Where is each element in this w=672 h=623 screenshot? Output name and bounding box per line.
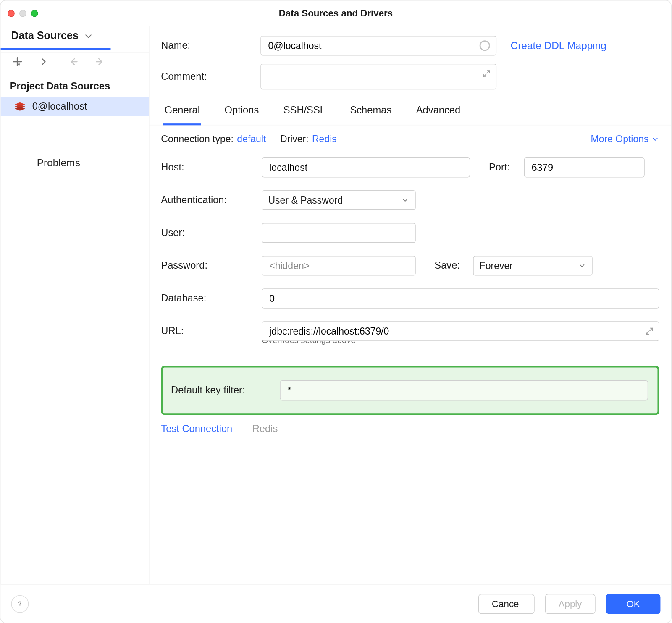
port-input[interactable]	[524, 157, 645, 177]
name-input[interactable]	[260, 36, 496, 55]
cancel-button[interactable]: Cancel	[478, 594, 535, 613]
database-input[interactable]	[262, 288, 659, 308]
svg-point-0	[19, 605, 20, 606]
default-key-filter-box: Default key filter:	[161, 366, 659, 415]
help-button[interactable]	[11, 595, 29, 613]
key-filter-input[interactable]	[280, 380, 648, 400]
test-driver-label: Redis	[252, 423, 278, 435]
password-field[interactable]	[268, 259, 409, 272]
window-minimize-button[interactable]	[19, 10, 26, 17]
save-label: Save:	[434, 260, 473, 272]
color-picker-icon[interactable]	[480, 40, 490, 51]
authentication-select[interactable]: User & Password	[262, 190, 416, 210]
add-icon[interactable]	[11, 55, 23, 68]
chevron-down-icon	[651, 135, 659, 143]
datasource-item[interactable]: 0@localhost	[0, 97, 149, 116]
test-row: Test Connection Redis	[161, 423, 659, 435]
sidebar-tab-label: Data Sources	[11, 30, 78, 42]
password-label: Password:	[161, 260, 262, 272]
tab-ssh-ssl[interactable]: SSH/SSL	[282, 101, 327, 125]
expand-icon[interactable]	[645, 327, 654, 336]
name-field[interactable]	[267, 39, 476, 52]
database-field[interactable]	[268, 292, 653, 304]
comment-field[interactable]	[267, 71, 490, 83]
test-connection-link[interactable]: Test Connection	[161, 423, 232, 435]
authentication-value: User & Password	[268, 195, 343, 206]
url-field[interactable]	[268, 325, 653, 337]
user-field[interactable]	[268, 227, 409, 239]
help-icon	[15, 599, 24, 608]
password-input[interactable]	[262, 256, 416, 275]
chevron-down-icon	[83, 31, 94, 41]
key-filter-label: Default key filter:	[171, 385, 280, 396]
sidebar-problems[interactable]: Problems	[0, 116, 149, 169]
apply-button[interactable]: Apply	[545, 594, 596, 613]
tab-advanced[interactable]: Advanced	[415, 101, 462, 125]
url-input[interactable]	[262, 321, 659, 341]
divider	[0, 52, 149, 53]
host-label: Host:	[161, 162, 262, 173]
key-filter-field[interactable]	[286, 384, 642, 396]
more-options-link[interactable]: More Options	[591, 134, 659, 144]
window-maximize-button[interactable]	[31, 10, 38, 17]
window-title: Data Sources and Drivers	[0, 8, 671, 19]
chevron-down-icon	[401, 196, 410, 204]
window: Data Sources and Drivers Data Sources Pr…	[0, 0, 672, 623]
ok-button[interactable]: OK	[606, 594, 661, 613]
meta-row: Connection type: default Driver: Redis M…	[161, 134, 659, 144]
name-label: Name:	[161, 40, 260, 52]
expand-icon[interactable]	[482, 69, 491, 78]
traffic-lights	[8, 10, 38, 17]
connection-type-label: Connection type:	[161, 134, 234, 144]
tabs: General Options SSH/SSL Schemas Advanced	[149, 101, 671, 125]
save-value: Forever	[480, 260, 513, 271]
arrow-right-icon[interactable]	[94, 55, 106, 68]
driver-value[interactable]: Redis	[312, 134, 337, 144]
sidebar-toolbar	[0, 50, 149, 73]
datasource-item-label: 0@localhost	[32, 101, 87, 113]
comment-input[interactable]	[260, 64, 496, 89]
host-field[interactable]	[268, 161, 464, 173]
port-label: Port:	[489, 162, 524, 173]
port-field[interactable]	[530, 161, 638, 173]
create-ddl-mapping-link[interactable]: Create DDL Mapping	[511, 39, 606, 52]
database-label: Database:	[161, 293, 262, 304]
connection-type-value[interactable]: default	[237, 134, 266, 144]
titlebar: Data Sources and Drivers	[0, 0, 671, 26]
footer: Cancel Apply OK	[0, 584, 671, 623]
comment-label: Comment:	[161, 71, 260, 83]
more-options-label: More Options	[591, 134, 648, 144]
user-label: User:	[161, 227, 262, 239]
chevron-right-icon[interactable]	[37, 55, 50, 68]
sidebar-heading: Project Data Sources	[0, 74, 149, 97]
host-input[interactable]	[262, 157, 470, 177]
save-select[interactable]: Forever	[473, 256, 592, 275]
driver-label: Driver:	[280, 134, 309, 144]
chevron-down-icon	[578, 262, 586, 270]
window-close-button[interactable]	[8, 10, 15, 17]
arrow-left-icon[interactable]	[67, 55, 79, 68]
content: Name: Create DDL Mapping Comment: Genera…	[149, 26, 671, 584]
sidebar-tab-data-sources[interactable]: Data Sources	[0, 30, 110, 50]
redis-icon	[13, 101, 26, 112]
url-label: URL:	[161, 325, 262, 337]
tab-general[interactable]: General	[163, 101, 201, 125]
authentication-label: Authentication:	[161, 194, 262, 206]
user-input[interactable]	[262, 223, 416, 243]
tab-options[interactable]: Options	[223, 101, 260, 125]
sidebar: Data Sources Project Data Sources	[0, 26, 149, 584]
tab-schemas[interactable]: Schemas	[349, 101, 393, 125]
